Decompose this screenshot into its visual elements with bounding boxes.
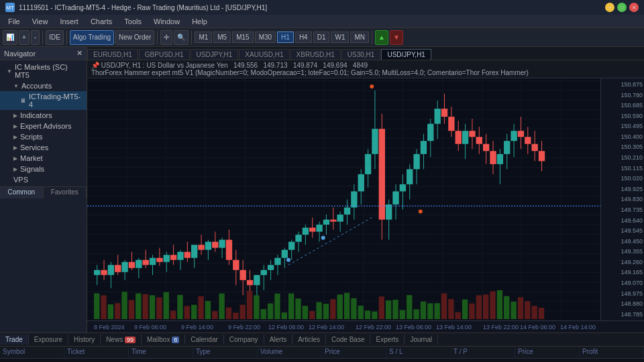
time-8feb: 8 Feb 2024 (94, 324, 125, 330)
nav-experts-label: Expert Advisors (20, 122, 71, 130)
menu-insert[interactable]: Insert (54, 16, 84, 27)
price-150400: 150.400 (602, 133, 643, 140)
menu-charts[interactable]: Charts (85, 16, 117, 27)
price-148880: 148.880 (602, 300, 643, 307)
expand-icon: ▶ (13, 145, 17, 151)
nav-scripts-label: Scripts (20, 133, 43, 141)
menu-tools[interactable]: Tools (119, 16, 147, 27)
titlebar: MT 11119501 - ICTrading-MT5-4 - Hedge - … (0, 0, 644, 15)
tf-m30[interactable]: M30 (255, 32, 276, 43)
tf-mn[interactable]: MN (350, 32, 369, 43)
trade-tab-alerts[interactable]: Alerts (264, 335, 293, 345)
nav-item-vps[interactable]: VPS (0, 174, 87, 185)
close-button[interactable]: ✕ (629, 3, 639, 12)
time-9feb22: 9 Feb 22:00 (228, 324, 260, 330)
price-149830: 149.830 (602, 196, 643, 202)
tf-m1[interactable]: M1 (195, 32, 212, 43)
tab-xauusd[interactable]: XAUUSD,H1 (239, 49, 289, 60)
trade-tab-news[interactable]: News 99 (101, 335, 142, 345)
trade-tab-experts[interactable]: Experts (370, 335, 405, 345)
menu-help[interactable]: Help (186, 16, 213, 27)
nav-signals-label: Signals (20, 165, 44, 173)
col-price: Price (322, 347, 386, 358)
nav-item-experts[interactable]: ▶ Expert Advisors (0, 121, 87, 131)
crosshair-button[interactable]: ✛ (160, 30, 172, 45)
tab-eurusd[interactable]: EURUSD,H1 (87, 49, 138, 60)
window-controls[interactable]: ─ □ ✕ (605, 3, 639, 12)
toolbar-sep4 (191, 31, 192, 44)
nav-item-signals[interactable]: ▶ Signals (0, 164, 87, 174)
minimize-button[interactable]: ─ (605, 3, 614, 12)
tf-m5[interactable]: M5 (213, 32, 231, 43)
price-149260: 149.260 (602, 259, 643, 265)
price-149070: 149.070 (602, 280, 643, 286)
toolbar-sep5 (372, 31, 372, 44)
trade-tab-articles[interactable]: Articles (292, 335, 326, 345)
menu-window[interactable]: Window (148, 16, 185, 27)
new-order-button[interactable]: New Order (115, 30, 154, 45)
nav-item-active-account[interactable]: 🖥 ICTrading-MT5-4 (0, 91, 87, 110)
trade-tab-trade[interactable]: Trade (0, 335, 29, 345)
tf-m15[interactable]: M15 (232, 32, 253, 43)
sell-button[interactable]: ▼ (390, 30, 403, 45)
time-12feb06: 12 Feb 06:00 (268, 324, 304, 330)
trade-tab-journal[interactable]: Journal (405, 335, 438, 345)
nav-tab-favorites[interactable]: Favorites (44, 187, 87, 198)
buy-button[interactable]: ▲ (375, 30, 388, 45)
trade-tab-calendar[interactable]: Calendar (185, 335, 224, 345)
tab-us30[interactable]: US30,H1 (341, 49, 381, 60)
col-sl: S / L (386, 347, 451, 358)
expand-icon: ▶ (13, 113, 17, 119)
tab-usdjpy-active[interactable]: USD/JPY,H1 (381, 49, 431, 60)
trade-tab-exposure[interactable]: Exposure (29, 335, 68, 345)
nav-services-label: Services (20, 143, 48, 152)
col-tp: T / P (451, 347, 515, 358)
nav-item-indicators[interactable]: ▶ Indicators (0, 110, 87, 121)
tf-d1[interactable]: D1 (313, 32, 330, 43)
new-chart-button[interactable]: 📊 (3, 30, 17, 45)
time-13feb14: 13 Feb 14:00 (436, 324, 472, 330)
time-axis: 8 Feb 2024 9 Feb 06:00 9 Feb 14:00 9 Feb… (87, 320, 644, 333)
mailbox-count-badge: 8 (172, 337, 179, 343)
expand-icon: ▶ (13, 134, 17, 140)
menu-file[interactable]: File (3, 16, 25, 27)
nav-tab-common[interactable]: Common (0, 187, 44, 198)
tab-usdjpy1[interactable]: USDJPY,H1 (191, 49, 239, 60)
nav-item-services[interactable]: ▶ Services (0, 142, 87, 153)
menu-view[interactable]: View (27, 16, 54, 27)
time-9feb06: 9 Feb 06:00 (134, 324, 166, 330)
zoom-out-button[interactable]: - (31, 30, 40, 45)
nav-item-scripts[interactable]: ▶ Scripts (0, 131, 87, 142)
chart-container[interactable]: 150.875 150.780 150.685 150.590 150.495 … (87, 78, 644, 320)
trade-tab-history[interactable]: History (68, 335, 101, 345)
nav-item-accounts[interactable]: ▼ Accounts (0, 80, 87, 91)
tf-w1[interactable]: W1 (331, 32, 349, 43)
time-12feb22: 12 Feb 22:00 (356, 324, 391, 330)
price-149545: 149.545 (602, 227, 643, 234)
price-chart[interactable] (87, 78, 600, 320)
price-149450: 149.450 (602, 238, 643, 245)
ide-button[interactable]: IDE (46, 30, 64, 45)
tf-h4[interactable]: H4 (295, 32, 312, 43)
nav-accounts-label: Accounts (21, 82, 52, 90)
titlebar-left: MT 11119501 - ICTrading-MT5-4 - Hedge - … (5, 3, 267, 12)
algo-trading-button[interactable]: Algo Trading (70, 30, 114, 45)
price-150305: 150.305 (602, 143, 643, 150)
price-149355: 149.355 (602, 248, 643, 255)
trade-tab-codebase[interactable]: Code Base (326, 335, 370, 345)
tf-h1[interactable]: H1 (277, 32, 294, 43)
trade-tab-company[interactable]: Company (224, 335, 264, 345)
zoom-chart-button[interactable]: 🔍 (174, 30, 189, 45)
maximize-button[interactable]: □ (617, 3, 627, 12)
trade-rows: Balance: 10.00 USD Equity: 10.00 Free Ma… (0, 359, 644, 362)
price-149735: 149.735 (602, 206, 643, 213)
menubar: File View Insert Charts Tools Window Hel… (0, 15, 644, 28)
tab-xbrusd[interactable]: XBRUSD,H1 (290, 49, 341, 60)
price-axis: 150.875 150.780 150.685 150.590 150.495 … (600, 78, 644, 320)
nav-item-broker[interactable]: ▼ IC Markets (SC) MT5 (0, 62, 87, 80)
trade-tab-mailbox[interactable]: Mailbox 8 (142, 335, 185, 345)
nav-item-market[interactable]: ▶ Market (0, 153, 87, 164)
navigator-close[interactable]: ✕ (76, 49, 83, 58)
zoom-in-button[interactable]: + (19, 30, 30, 45)
tab-gbpusd[interactable]: GBPUSD,H1 (139, 49, 190, 60)
